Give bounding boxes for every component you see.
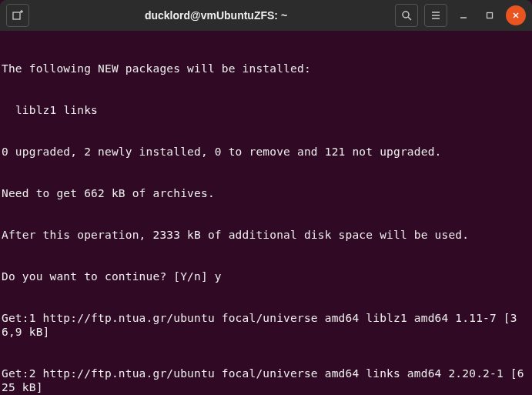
minimize-button[interactable]: [453, 5, 473, 25]
terminal-line: Get:1 http://ftp.ntua.gr/ubuntu focal/un…: [2, 311, 530, 339]
titlebar-right: [395, 4, 526, 27]
window-title: ducklord@vmUbuntuZFS: ~: [43, 9, 389, 22]
terminal-line: The following NEW packages will be insta…: [2, 62, 530, 75]
new-tab-button[interactable]: [6, 4, 29, 27]
window-titlebar: ducklord@vmUbuntuZFS: ~: [0, 0, 532, 31]
titlebar-left: [6, 4, 37, 27]
terminal-line: Need to get 662 kB of archives.: [2, 186, 530, 200]
terminal-output[interactable]: The following NEW packages will be insta…: [0, 31, 532, 395]
svg-rect-0: [13, 12, 20, 19]
hamburger-icon: [430, 10, 441, 21]
close-icon: [512, 12, 520, 19]
minimize-icon: [460, 12, 467, 19]
close-button[interactable]: [506, 5, 526, 25]
svg-rect-9: [487, 13, 493, 18]
terminal-line: 0 upgraded, 2 newly installed, 0 to remo…: [2, 145, 530, 159]
svg-point-3: [403, 12, 409, 18]
terminal-line: Do you want to continue? [Y/n] y: [2, 269, 530, 283]
terminal-line: liblz1 links: [2, 103, 530, 117]
maximize-button[interactable]: [480, 5, 500, 25]
search-button[interactable]: [395, 4, 418, 27]
new-tab-icon: [12, 9, 24, 22]
svg-line-4: [408, 17, 411, 20]
terminal-line: After this operation, 2333 kB of additio…: [2, 228, 530, 242]
maximize-icon: [486, 12, 494, 19]
menu-button[interactable]: [424, 4, 447, 27]
terminal-line: Get:2 http://ftp.ntua.gr/ubuntu focal/un…: [2, 367, 530, 394]
search-icon: [401, 10, 412, 21]
